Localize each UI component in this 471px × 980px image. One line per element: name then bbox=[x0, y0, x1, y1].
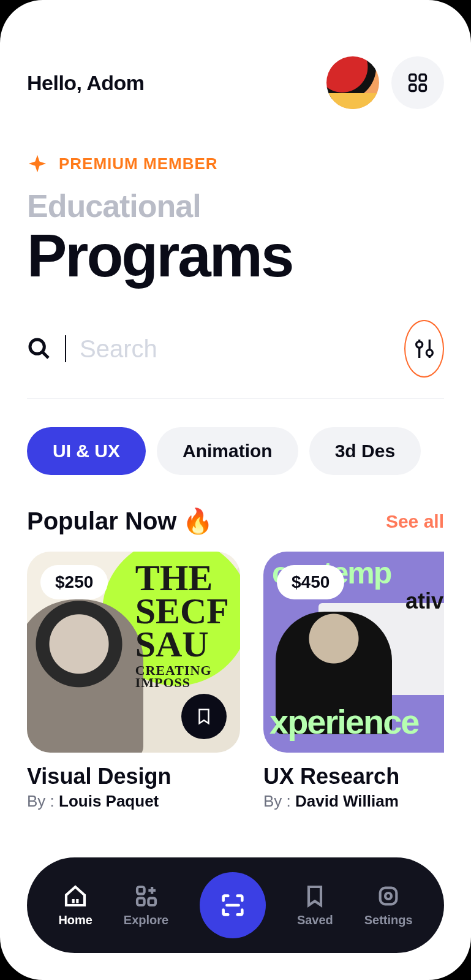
filter-button[interactable] bbox=[404, 320, 444, 378]
category-chips: UI & UX Animation 3d Des bbox=[27, 427, 444, 475]
sparkle-icon bbox=[27, 153, 48, 174]
svg-rect-18 bbox=[380, 887, 397, 904]
author-name: David William bbox=[295, 792, 399, 810]
svg-line-5 bbox=[42, 352, 48, 358]
price-badge: $450 bbox=[277, 565, 344, 599]
see-all-link[interactable]: See all bbox=[386, 511, 444, 532]
title-subtitle: Educational bbox=[27, 188, 444, 224]
svg-rect-14 bbox=[148, 898, 156, 905]
by-prefix: By : bbox=[27, 792, 59, 810]
svg-point-19 bbox=[385, 893, 391, 899]
course-thumbnail: contemp ative nig xperience $450 bbox=[263, 552, 444, 753]
by-prefix: By : bbox=[263, 792, 295, 810]
nav-settings[interactable]: Settings bbox=[364, 884, 413, 927]
premium-row: PREMIUM MEMBER bbox=[27, 153, 444, 174]
search-left bbox=[27, 335, 390, 363]
premium-label: PREMIUM MEMBER bbox=[59, 154, 218, 173]
settings-icon bbox=[376, 884, 401, 908]
svg-rect-2 bbox=[410, 85, 416, 91]
course-thumbnail: THESECFSAUCREATINGIMPOSS $250 bbox=[27, 552, 240, 753]
thumbnail-art-text: THESECFSAUCREATINGIMPOSS bbox=[135, 561, 229, 689]
nav-scan-button[interactable] bbox=[200, 872, 266, 938]
explore-icon bbox=[134, 884, 159, 908]
chip-ui-ux[interactable]: UI & UX bbox=[27, 427, 146, 475]
bottom-nav: Home Explore Saved Settings bbox=[27, 857, 444, 953]
search-icon bbox=[27, 336, 51, 361]
course-card[interactable]: contemp ative nig xperience $450 UX Rese… bbox=[263, 552, 444, 811]
svg-rect-12 bbox=[137, 887, 145, 894]
nav-home-label: Home bbox=[58, 913, 92, 927]
svg-rect-13 bbox=[137, 898, 145, 905]
svg-rect-3 bbox=[420, 85, 426, 91]
bookmark-button[interactable] bbox=[181, 694, 227, 739]
scan-icon bbox=[219, 891, 247, 919]
bookmark-icon bbox=[303, 884, 327, 908]
svg-point-4 bbox=[30, 340, 44, 354]
chip-animation[interactable]: Animation bbox=[157, 427, 298, 475]
app-screen: Hello, Adom PREMIUM MEMBER Educational P… bbox=[0, 0, 471, 980]
nav-settings-label: Settings bbox=[364, 913, 413, 927]
header-actions bbox=[326, 56, 444, 109]
popular-header: Popular Now 🔥 See all bbox=[27, 507, 444, 536]
home-icon bbox=[63, 884, 88, 908]
popular-title: Popular Now 🔥 bbox=[27, 507, 213, 536]
apps-grid-button[interactable] bbox=[391, 56, 444, 109]
course-title: UX Research bbox=[263, 764, 444, 789]
svg-point-9 bbox=[426, 350, 432, 356]
title-main: Programs bbox=[27, 226, 444, 286]
course-title: Visual Design bbox=[27, 764, 240, 789]
nav-saved-label: Saved bbox=[297, 913, 333, 927]
fire-icon: 🔥 bbox=[183, 507, 213, 536]
nav-saved[interactable]: Saved bbox=[297, 884, 333, 927]
popular-title-text: Popular Now bbox=[27, 507, 176, 535]
sliders-icon bbox=[412, 336, 437, 361]
svg-rect-0 bbox=[410, 75, 416, 82]
course-author: By : Louis Paquet bbox=[27, 792, 240, 811]
course-card[interactable]: THESECFSAUCREATINGIMPOSS $250 Visual Des… bbox=[27, 552, 240, 811]
svg-point-7 bbox=[416, 341, 422, 348]
header-row: Hello, Adom bbox=[27, 56, 444, 109]
nav-home[interactable]: Home bbox=[58, 884, 92, 927]
nav-explore-label: Explore bbox=[124, 913, 168, 927]
grid-icon bbox=[407, 72, 429, 94]
search-row bbox=[27, 320, 444, 399]
nav-explore[interactable]: Explore bbox=[124, 884, 168, 927]
search-input[interactable] bbox=[80, 335, 390, 363]
course-author: By : David William bbox=[263, 792, 444, 811]
search-cursor bbox=[65, 335, 66, 362]
popular-cards: THESECFSAUCREATINGIMPOSS $250 Visual Des… bbox=[27, 552, 444, 811]
avatar[interactable] bbox=[326, 56, 379, 109]
author-name: Louis Paquet bbox=[59, 792, 159, 810]
bookmark-icon bbox=[195, 707, 213, 726]
price-badge: $250 bbox=[40, 565, 108, 599]
svg-rect-1 bbox=[420, 75, 426, 82]
greeting-text: Hello, Adom bbox=[27, 71, 145, 95]
chip-3d-design[interactable]: 3d Des bbox=[309, 427, 421, 475]
